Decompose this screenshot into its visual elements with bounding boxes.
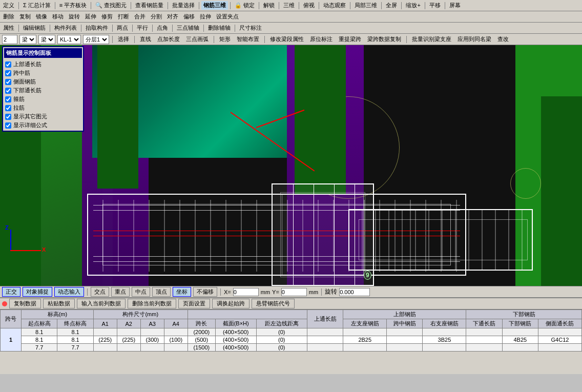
coord-box: X= mm Y= mm [224, 288, 318, 296]
type2-select[interactable]: 梁 [38, 35, 55, 44]
rotate-input[interactable] [339, 288, 370, 296]
btn-pan[interactable]: 平移 [427, 1, 443, 10]
btn-cantilever-code[interactable]: 悬臂钢筋代号 [252, 299, 295, 308]
status-vertex[interactable]: 顶点 [152, 287, 171, 297]
btn-move[interactable]: 移动 [50, 12, 66, 21]
btn-edit-rebar[interactable]: 编辑钢筋 [21, 24, 48, 32]
3d-viewport[interactable]: 9 X Z 钢筋显示控制面板 上部通长筋 跨中筋 侧面钢筋 下部通长筋 [0, 45, 582, 286]
data-table-scroll[interactable]: 跨号 标高(m) 构件尺寸(mm) 上通长筋 上部钢筋 下部钢筋 起点标高 终点… [0, 310, 582, 374]
y-input[interactable] [281, 288, 307, 296]
btn-dimension[interactable]: 尺寸标注 [237, 24, 264, 32]
btn-paste-data[interactable]: 粘贴数据 [43, 299, 75, 308]
layer-select[interactable]: 分层1 [83, 35, 109, 44]
btn-del-col-data[interactable]: 删除当前列数据 [128, 299, 176, 308]
cb-top-through[interactable] [5, 61, 11, 68]
status-coord[interactable]: 坐标 [173, 287, 191, 297]
x-label: X= [224, 289, 231, 295]
btn-swap-start-span[interactable]: 调换起始跨 [212, 299, 250, 308]
cb-bot-through[interactable] [5, 88, 11, 94]
btn-pick-component[interactable]: 抬取构件 [84, 24, 110, 32]
member-select[interactable]: KL-1 [57, 35, 81, 44]
btn-zoom[interactable]: 缩放+ [404, 1, 422, 10]
btn-line[interactable]: 直线 [138, 35, 153, 44]
btn-extend[interactable]: 延伸 [83, 12, 98, 21]
status-dynamic[interactable]: 动态输入 [54, 287, 84, 297]
cb-side[interactable] [5, 79, 11, 85]
btn-input-col-data[interactable]: 输入当前列数据 [77, 299, 126, 308]
btn-del-axis[interactable]: 删除辅轴 [206, 24, 233, 32]
btn-merge[interactable]: 合并 [132, 12, 148, 21]
axis-z-line [10, 230, 11, 251]
btn-3-arc[interactable]: 三点画弧 [184, 35, 211, 44]
btn-split[interactable]: 分割 [149, 12, 164, 21]
btn-batch-identify[interactable]: 批量识别梁支座 [410, 35, 453, 44]
cb-span-mid[interactable] [5, 70, 11, 76]
status-no-offset[interactable]: 不偏移 [193, 287, 217, 297]
btn-properties[interactable]: 属性 [1, 24, 16, 32]
btn-align[interactable]: 对齐 [165, 12, 180, 21]
btn-modify-segment[interactable]: 修改梁段属性 [268, 35, 306, 44]
btn-rotate[interactable]: 旋转 [67, 12, 82, 21]
menu-define[interactable]: 定义 [1, 1, 16, 10]
cell-a1-3 [93, 344, 117, 352]
cb-other[interactable] [5, 114, 11, 120]
btn-screen[interactable]: 屏幕 [447, 1, 463, 10]
close-icon[interactable] [2, 301, 7, 306]
btn-parallel[interactable]: 平行 [135, 24, 150, 32]
panel-item-1: 上部通长筋 [4, 60, 82, 69]
status-snap[interactable]: 对象捕捉 [23, 287, 52, 297]
type1-select[interactable]: 梁 [19, 35, 36, 44]
cell-a1-2: (225) [93, 336, 117, 344]
btn-batch-select[interactable]: 批量选择 [170, 1, 197, 10]
btn-delete[interactable]: 删除 [1, 12, 16, 21]
btn-dynamic-observe[interactable]: 动态观察 [321, 1, 348, 10]
cell-section-3: (400×500) [215, 344, 256, 352]
btn-trim[interactable]: 修剪 [99, 12, 115, 21]
btn-align-slab[interactable]: ≡ 平齐板块 [57, 1, 89, 10]
num-input[interactable] [2, 35, 17, 44]
btn-copy-data[interactable]: 复制数据 [9, 299, 41, 308]
btn-set-grip[interactable]: 设置夹点 [214, 12, 241, 21]
btn-local-3d[interactable]: 局部三维 [352, 1, 379, 10]
cell-bot-through-1 [466, 328, 502, 336]
btn-select[interactable]: 选择 [116, 35, 131, 44]
btn-find-element[interactable]: 🔍 查找图元 [93, 1, 129, 10]
x-input[interactable] [233, 288, 259, 296]
btn-mirror[interactable]: 镜像 [34, 12, 49, 21]
btn-two-point[interactable]: 两点 [115, 24, 130, 32]
btn-point-add-len[interactable]: 点加长度 [155, 35, 182, 44]
btn-apply-same-name[interactable]: 应用到同名梁 [455, 35, 493, 44]
btn-unlock[interactable]: 解锁 [261, 1, 277, 10]
btn-point-angle[interactable]: 点角 [155, 24, 170, 32]
cb-tie[interactable] [5, 105, 11, 111]
btn-re-pick-span[interactable]: 重提梁跨 [337, 35, 363, 44]
btn-fullscreen[interactable]: 全屏 [384, 1, 399, 10]
status-intersect[interactable]: 交点 [91, 287, 109, 297]
btn-component-list[interactable]: 构件列表 [52, 24, 79, 32]
btn-lock[interactable]: 🔒 锁定 [233, 1, 257, 10]
panel-item-7: 显示其它图元 [4, 112, 82, 121]
btn-top-view[interactable]: 俯视 [301, 1, 317, 10]
btn-rebar-3d[interactable]: 钢筋三维 [201, 1, 228, 10]
status-endpoint[interactable]: 重点 [111, 287, 130, 297]
btn-smart-layout[interactable]: 智能布置 [235, 35, 261, 44]
btn-3d[interactable]: 三维 [281, 1, 297, 10]
btn-copy[interactable]: 复制 [17, 12, 33, 21]
btn-page-setup[interactable]: 页面设置 [178, 299, 210, 308]
btn-rect[interactable]: 矩形 [217, 35, 233, 44]
btn-sum-calc[interactable]: Σ 汇总计算 [21, 1, 53, 10]
btn-origin-label[interactable]: 原位标注 [308, 35, 335, 44]
btn-check[interactable]: 查改 [495, 35, 511, 44]
cb-formula[interactable] [5, 122, 11, 129]
btn-span-data-copy[interactable]: 梁跨数据复制 [365, 35, 403, 44]
btn-3-point-axis[interactable]: 三点辅轴 [175, 24, 201, 32]
status-ortho[interactable]: 正交 [2, 287, 20, 297]
btn-stretch[interactable]: 拉伸 [198, 12, 213, 21]
btn-break[interactable]: 打断 [116, 12, 131, 21]
th-a1: A1 [93, 319, 117, 328]
cell-bot-rebar-1 [502, 328, 538, 336]
status-midpoint[interactable]: 中点 [132, 287, 150, 297]
cb-stirrup[interactable] [5, 96, 11, 102]
btn-offset[interactable]: 偏移 [181, 12, 197, 21]
btn-view-rebar[interactable]: 查看钢筋量 [133, 1, 165, 10]
